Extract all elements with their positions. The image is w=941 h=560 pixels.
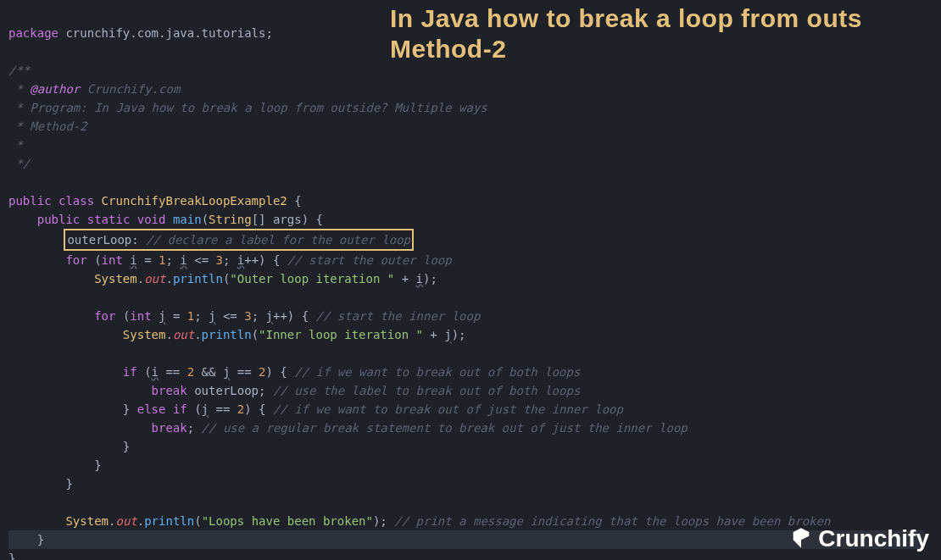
num-2: 2 (187, 365, 194, 379)
comment-inner: // start the inner loop (316, 309, 481, 323)
doc-star: * (8, 119, 30, 133)
var-j: j (444, 328, 451, 341)
keyword-static: static (87, 213, 131, 226)
doc-open: /** (8, 64, 30, 77)
var-i: i (152, 365, 159, 379)
comment-outer: // start the outer loop (287, 253, 452, 267)
var-j: j (159, 309, 165, 323)
keyword-void: void (137, 213, 166, 226)
highlighted-label-box: outerLoop: // declare a label for the ou… (64, 229, 414, 251)
method-println: println (144, 514, 194, 528)
comment-use-label: // use the label to break out of both lo… (273, 384, 580, 397)
keyword-int: int (130, 309, 151, 323)
keyword-class: class (58, 194, 94, 208)
keyword-else: else (137, 402, 166, 416)
type-string: String (209, 213, 252, 226)
keyword-for: for (65, 253, 86, 267)
field-out: out (144, 272, 165, 286)
field-out: out (173, 328, 194, 341)
keyword-package: package (8, 26, 58, 40)
doc-star: * (8, 138, 23, 152)
label-ref: outerLoop (194, 384, 259, 397)
comment-broken: // print a message indicating that the l… (394, 514, 830, 528)
comment-reg-break: // use a regular break statement to brea… (202, 421, 688, 435)
num-1: 1 (187, 309, 194, 323)
string-outer: "Outer loop iteration " (230, 272, 394, 286)
var-i: i (130, 253, 136, 267)
num-3: 3 (244, 309, 251, 323)
var-j: j (223, 365, 230, 379)
keyword-int: int (102, 253, 123, 267)
doc-author-tag: @author (30, 82, 80, 96)
brand-icon (789, 526, 813, 552)
comment-just-inner: // if we want to break out of just the i… (273, 402, 623, 416)
keyword-public: public (8, 194, 52, 208)
num-2: 2 (259, 365, 265, 379)
class-system: System (94, 272, 137, 286)
num-1: 1 (159, 253, 165, 267)
doc-star: * (8, 101, 30, 114)
keyword-break: break (152, 421, 187, 435)
keyword-if: if (123, 365, 137, 379)
method-println: println (202, 328, 252, 341)
method-main: main (173, 213, 202, 226)
num-3: 3 (216, 253, 223, 267)
brand-logo: Crunchify (789, 526, 929, 552)
var-i: i (237, 253, 244, 267)
keyword-if: if (173, 402, 187, 416)
doc-author-val: Crunchify.com (80, 82, 180, 96)
method-println: println (173, 272, 223, 286)
doc-method: Method-2 (30, 119, 86, 133)
var-j: j (202, 402, 209, 416)
class-name: CrunchifyBreakLoopExample2 (102, 194, 287, 208)
label-outer: outerLoop: (67, 233, 138, 247)
keyword-public: public (37, 213, 81, 226)
comment-label: // declare a label for the outer loop (146, 233, 410, 247)
var-j: j (209, 309, 215, 323)
doc-program: Program: In Java how to break a loop fro… (30, 101, 487, 114)
string-broken: "Loops have been broken" (202, 514, 373, 528)
string-inner: "Inner loop iteration " (259, 328, 423, 341)
var-i: i (416, 272, 423, 286)
keyword-for: for (94, 309, 115, 323)
param-args: args (273, 213, 302, 226)
code-editor[interactable]: package crunchify.com.java.tutorials; /*… (0, 0, 941, 560)
var-j: j (266, 309, 273, 323)
class-system: System (65, 514, 109, 528)
field-out: out (115, 514, 136, 528)
comment-both: // if we want to break out of both loops (294, 365, 580, 379)
class-system: System (123, 328, 166, 341)
caret-line-highlight: } (8, 530, 924, 549)
package-name: crunchify.com.java.tutorials; (58, 26, 273, 40)
brand-text: Crunchify (818, 530, 929, 548)
num-2: 2 (237, 402, 244, 416)
doc-close: */ (8, 157, 30, 170)
keyword-break: break (152, 384, 187, 397)
doc-star: * (8, 82, 30, 96)
var-i: i (180, 253, 187, 267)
